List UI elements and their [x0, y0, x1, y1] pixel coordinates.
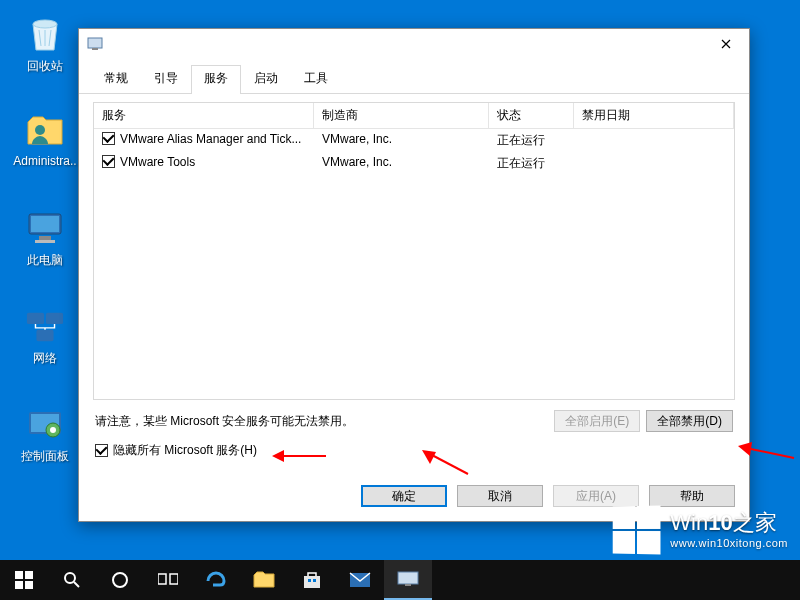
svg-point-12: [50, 427, 56, 433]
service-disabled-date: [574, 129, 734, 152]
svg-point-1: [35, 125, 45, 135]
cortana-button[interactable]: [96, 560, 144, 600]
svg-point-0: [33, 20, 57, 28]
tab-boot[interactable]: 引导: [141, 65, 191, 93]
start-button[interactable]: [0, 560, 48, 600]
titlebar[interactable]: [79, 29, 749, 59]
taskbar-edge[interactable]: [192, 560, 240, 600]
close-icon: [721, 39, 731, 49]
services-panel: 服务 制造商 状态 禁用日期 VMware Alias Manager and …: [79, 94, 749, 469]
cancel-button[interactable]: 取消: [457, 485, 543, 507]
svg-rect-22: [25, 571, 33, 579]
service-name: VMware Alias Manager and Tick...: [120, 132, 301, 146]
service-maker: VMware, Inc.: [314, 129, 489, 152]
service-status: 正在运行: [489, 129, 574, 152]
svg-rect-3: [31, 216, 59, 232]
desktop-icon-user[interactable]: Administra..: [10, 110, 80, 168]
tab-strip: 常规 引导 服务 启动 工具: [79, 59, 749, 94]
user-folder-icon: [25, 110, 65, 150]
desktop-icon-recycle-bin[interactable]: 回收站: [10, 14, 80, 75]
list-header: 服务 制造商 状态 禁用日期: [94, 103, 734, 129]
svg-rect-6: [27, 313, 44, 324]
svg-rect-30: [304, 576, 320, 588]
svg-rect-24: [25, 581, 33, 589]
msconfig-dialog: 常规 引导 服务 启动 工具 服务 制造商 状态 禁用日期 VMware Ali…: [78, 28, 750, 522]
svg-rect-34: [398, 572, 418, 584]
svg-rect-13: [88, 38, 102, 48]
list-item[interactable]: VMware Tools VMware, Inc. 正在运行: [94, 152, 734, 175]
desktop-icon-network[interactable]: 网络: [10, 306, 80, 367]
mail-icon: [349, 572, 371, 588]
windows-logo-icon: [613, 505, 661, 554]
cortana-icon: [111, 571, 129, 589]
hide-ms-checkbox[interactable]: [95, 444, 108, 457]
store-icon: [302, 570, 322, 590]
col-manufacturer[interactable]: 制造商: [314, 103, 489, 128]
search-icon: [63, 571, 81, 589]
folder-icon: [253, 571, 275, 589]
taskbar-mail[interactable]: [336, 560, 384, 600]
desktop-icon-control-panel[interactable]: 控制面板: [10, 404, 80, 465]
recycle-bin-icon: [25, 14, 65, 54]
col-service[interactable]: 服务: [94, 103, 314, 128]
windows-icon: [15, 571, 33, 589]
edge-icon: [205, 569, 227, 591]
tab-tools[interactable]: 工具: [291, 65, 341, 93]
list-body: VMware Alias Manager and Tick... VMware,…: [94, 129, 734, 399]
svg-rect-32: [313, 579, 316, 582]
svg-rect-5: [35, 240, 55, 243]
svg-rect-31: [308, 579, 311, 582]
svg-rect-21: [15, 571, 23, 579]
svg-point-25: [65, 573, 75, 583]
desktop-icon-label: 控制面板: [10, 448, 80, 465]
col-disabled-date[interactable]: 禁用日期: [574, 103, 734, 128]
svg-rect-7: [46, 313, 63, 324]
this-pc-icon: [25, 208, 65, 248]
desktop-icon-label: 网络: [10, 350, 80, 367]
desktop-icon-label: 回收站: [10, 58, 80, 75]
svg-rect-14: [92, 48, 98, 50]
apply-button: 应用(A): [553, 485, 639, 507]
service-status: 正在运行: [489, 152, 574, 175]
control-panel-icon: [25, 404, 65, 444]
service-checkbox[interactable]: [102, 132, 115, 145]
svg-line-19: [746, 448, 794, 458]
network-icon: [25, 306, 65, 346]
watermark: Win10之家 www.win10xitong.com: [612, 506, 788, 554]
service-name: VMware Tools: [120, 155, 195, 169]
ok-button[interactable]: 确定: [361, 485, 447, 507]
hide-ms-label: 隐藏所有 Microsoft 服务(H): [113, 442, 257, 459]
svg-line-26: [74, 582, 79, 587]
taskbar-store[interactable]: [288, 560, 336, 600]
tab-general[interactable]: 常规: [91, 65, 141, 93]
task-view-button[interactable]: [144, 560, 192, 600]
search-button[interactable]: [48, 560, 96, 600]
hide-ms-row: 隐藏所有 Microsoft 服务(H): [93, 436, 735, 461]
app-icon: [87, 36, 103, 52]
svg-rect-8: [36, 330, 53, 341]
svg-point-27: [113, 573, 127, 587]
enable-all-button: 全部启用(E): [554, 410, 640, 432]
desktop-icon-label: Administra..: [10, 154, 80, 168]
svg-rect-23: [15, 581, 23, 589]
taskbar-explorer[interactable]: [240, 560, 288, 600]
service-checkbox[interactable]: [102, 155, 115, 168]
svg-rect-35: [405, 584, 411, 586]
tab-startup[interactable]: 启动: [241, 65, 291, 93]
service-disabled-date: [574, 152, 734, 175]
tab-services[interactable]: 服务: [191, 65, 241, 94]
taskbar-msconfig[interactable]: [384, 560, 432, 600]
svg-rect-28: [158, 574, 166, 584]
list-item[interactable]: VMware Alias Manager and Tick... VMware,…: [94, 129, 734, 152]
help-button[interactable]: 帮助: [649, 485, 735, 507]
desktop-icon-this-pc[interactable]: 此电脑: [10, 208, 80, 269]
col-status[interactable]: 状态: [489, 103, 574, 128]
watermark-url: www.win10xitong.com: [670, 537, 788, 550]
note-row: 请注意，某些 Microsoft 安全服务可能无法禁用。 全部启用(E) 全部禁…: [93, 400, 735, 436]
taskbar: [0, 560, 800, 600]
disable-all-button[interactable]: 全部禁用(D): [646, 410, 733, 432]
services-list[interactable]: 服务 制造商 状态 禁用日期 VMware Alias Manager and …: [93, 102, 735, 400]
msconfig-icon: [397, 570, 419, 588]
service-maker: VMware, Inc.: [314, 152, 489, 175]
close-button[interactable]: [703, 29, 749, 59]
